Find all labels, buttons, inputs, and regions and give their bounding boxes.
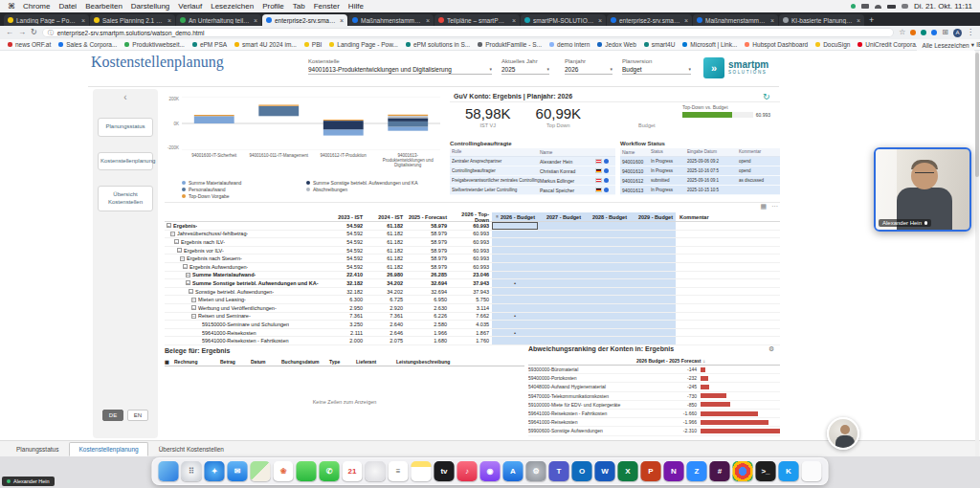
budget-input-cell[interactable] [630,231,676,238]
dock-icon-excel[interactable]: X [618,461,638,481]
budget-input-cell[interactable] [630,296,676,303]
budget-input-cell[interactable] [492,329,538,337]
expand-icon[interactable]: − [186,280,190,285]
budget-input-cell[interactable] [492,321,538,328]
budget-input-cell[interactable] [630,222,676,230]
sidebar-nav-button[interactable]: Planungsstatus [98,118,153,137]
dock-icon-facetime[interactable]: ✆ [320,461,340,481]
expand-icon[interactable]: − [191,314,196,319]
tab-close-icon[interactable]: × [81,17,85,24]
dock-icon-messages[interactable] [297,461,317,481]
budget-input-cell[interactable] [492,263,538,271]
bookmark-item[interactable]: smart 4U 2024 im... [234,41,297,48]
back-chevron-icon[interactable]: ‹ [98,93,153,102]
budget-input-cell[interactable] [492,313,538,321]
bookmark-item[interactable]: Produktivwebseit... [124,41,185,48]
comment-cell[interactable] [676,272,780,279]
browser-tab[interactable]: enterprise2-srv.smartpm.so... × [262,14,347,26]
dock-icon-calendar[interactable]: 21 [343,461,363,481]
budget-input-cell[interactable] [584,313,630,321]
chat-contact-icon[interactable] [604,159,609,164]
menubar-item[interactable]: Tab [293,2,305,11]
back-icon[interactable]: ← [6,26,13,39]
menubar-clock[interactable]: Di. 21. Okt. 11:11 [914,2,972,11]
bookmark-item[interactable]: Landing Page - Pow... [329,41,398,48]
dock-icon-zoom[interactable]: Z [687,461,707,481]
dock-icon-slack[interactable]: # [710,461,730,481]
budget-input-cell[interactable] [630,337,676,344]
budget-input-cell[interactable] [630,321,676,328]
report-page-tab[interactable]: Kostenstellenplanung [69,442,147,456]
legend-item[interactable]: Summe Sonstige betriebl. Aufwendungen un… [306,179,418,186]
bookmark-item[interactable]: ePM PSA [192,41,227,48]
chat-contact-icon[interactable] [604,178,609,183]
dock-icon-word[interactable]: W [595,461,615,481]
battery-icon[interactable] [887,5,896,9]
budget-input-cell[interactable] [584,337,630,344]
more-options-icon[interactable]: ⋯ [771,203,778,211]
budget-input-cell[interactable] [538,304,584,312]
site-info-icon[interactable]: ⓘ [48,29,54,37]
expand-icon[interactable]: − [191,305,196,310]
budget-input-cell[interactable] [630,272,676,279]
browser-tab[interactable]: Maßnahmenstammdaten P... × [693,14,778,26]
dock-icon-safari[interactable]: ✦ [205,461,225,481]
tab-close-icon[interactable]: × [857,17,860,24]
comment-cell[interactable] [676,304,780,312]
menubar-item[interactable]: Chrome [23,2,50,11]
extension-icon[interactable] [910,30,916,35]
extensions-puzzle-icon[interactable]: ⊞ [942,26,948,39]
sidebar-nav-button[interactable]: Übersicht Kostenstellen [98,186,153,211]
dock-icon-finder[interactable] [159,461,179,481]
budget-input-cell[interactable] [492,279,538,287]
comment-cell[interactable] [676,329,780,337]
comment-cell[interactable] [676,263,780,271]
browser-tab[interactable]: Landing Page – Power BI × [4,14,89,26]
filter-kostenstelle[interactable]: Kostenstelle 94001613-Produktentwicklung… [308,58,492,75]
browser-tab[interactable]: Sales Planning 2.1 – Power BI × [90,14,175,26]
budget-input-cell[interactable] [492,247,538,255]
budget-input-cell[interactable] [584,238,630,246]
budget-input-cell[interactable] [492,238,538,246]
budget-input-cell[interactable] [538,288,584,296]
menubar-item[interactable]: Profile [262,2,284,11]
tab-close-icon[interactable]: × [598,17,602,24]
expand-icon[interactable]: − [180,256,185,261]
bookmark-item[interactable]: smart4U [644,41,676,48]
refresh-icon[interactable]: ↻ [763,92,770,101]
menubar-item[interactable]: Bearbeiten [85,2,122,11]
grid-icon[interactable]: ▦ [760,203,767,211]
bookmark-item[interactable]: PBI [304,41,322,48]
sort-descending-icon[interactable]: ↓ [703,358,706,364]
budget-input-cell[interactable] [538,263,584,271]
bookmark-item[interactable]: ePM solutions in S... [406,41,470,48]
comment-cell[interactable] [676,255,780,262]
dock-icon-outlook[interactable]: O [572,461,592,481]
browser-menu-icon[interactable]: ⋮ [967,26,974,39]
browser-tab[interactable]: An Unterhaltung teilnehmen × [176,14,261,26]
dock-icon-launchpad[interactable]: ⠿ [182,461,202,481]
report-page-tab[interactable]: Übersicht Kostenstellen [150,443,233,455]
bookmark-item[interactable]: Jedox Web [597,41,635,48]
dock-icon-contacts[interactable] [366,461,386,481]
language-button[interactable]: EN [127,410,148,421]
tab-close-icon[interactable]: × [512,17,516,24]
budget-input-cell[interactable] [538,279,584,287]
dock-icon-podcasts[interactable]: ◉ [480,461,501,481]
budget-input-cell[interactable] [630,238,676,246]
expand-icon[interactable]: − [167,223,171,228]
bookmark-item[interactable]: Sales & Corpora... [58,41,117,48]
tab-close-icon[interactable]: × [426,17,430,24]
menubar-item[interactable]: Darstellung [131,2,169,11]
budget-input-cell[interactable] [492,272,538,279]
language-button[interactable]: DE [102,410,123,421]
dock-icon-teams[interactable]: T [549,461,569,481]
budget-input-cell[interactable] [492,337,538,344]
browser-tab[interactable]: Maßnahmenstammdaten P... × [348,14,434,26]
tab-close-icon[interactable]: × [340,17,344,24]
budget-input-cell[interactable] [584,263,630,271]
budget-input-cell[interactable] [584,247,630,255]
budget-input-cell[interactable] [538,247,584,255]
budget-input-cell[interactable] [630,279,676,287]
dock-icon-terminal[interactable]: >_ [756,461,776,481]
